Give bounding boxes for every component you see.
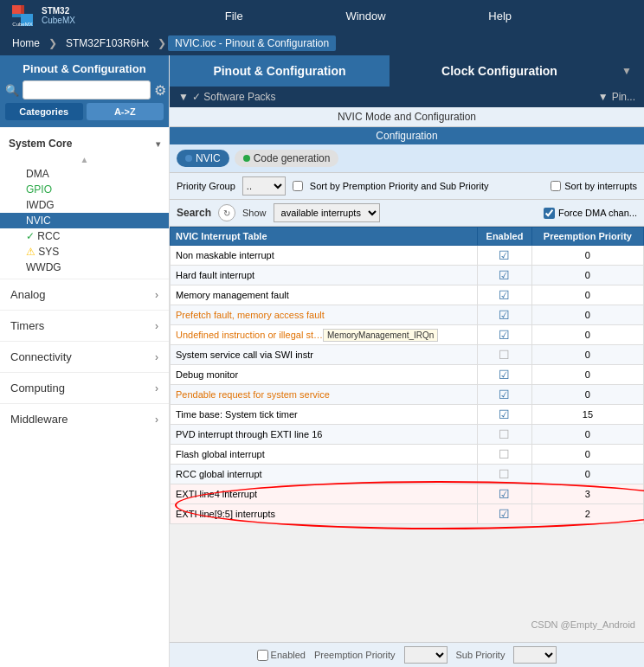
- system-core-label: System Core: [9, 138, 72, 150]
- sidebar-item-computing[interactable]: Computing ›: [0, 372, 169, 403]
- col-header-priority: Preemption Priority: [531, 228, 643, 246]
- nvic-tabs: NVIC Code generation: [170, 144, 644, 173]
- config-bar: Configuration: [170, 127, 644, 144]
- priority-cell: 0: [531, 305, 643, 325]
- tree-item-rcc[interactable]: ✓ RCC: [0, 228, 169, 244]
- enabled-cell[interactable]: ☐: [478, 445, 532, 465]
- sidebar-item-connectivity[interactable]: Connectivity ›: [0, 341, 169, 372]
- table-row: PVD interrupt through EXTI line 16: [171, 425, 478, 445]
- filter-az-button[interactable]: A->Z: [87, 103, 164, 120]
- priority-cell: 0: [531, 325, 643, 345]
- sidebar-item-analog[interactable]: Analog ›: [0, 279, 169, 310]
- enabled-cell[interactable]: ☐: [478, 345, 532, 365]
- search-refresh-button[interactable]: ↻: [218, 204, 235, 221]
- sidebar-search-input[interactable]: [23, 80, 151, 99]
- sort-interrupts-label: Sort by interrupts: [564, 181, 637, 191]
- computing-chevron: ›: [155, 382, 158, 394]
- sidebar-item-middleware[interactable]: Middleware ›: [0, 403, 169, 434]
- computing-label: Computing: [10, 382, 65, 394]
- pinout-short-label[interactable]: ▼ Pin...: [598, 91, 635, 103]
- svg-rect-3: [12, 14, 21, 17]
- priority-cell: 0: [531, 385, 643, 405]
- footer-enabled-checkbox[interactable]: [257, 650, 268, 661]
- enabled-cell[interactable]: ☑: [478, 305, 532, 325]
- tree-item-dma[interactable]: DMA: [0, 166, 169, 182]
- priority-group-select[interactable]: ..: [242, 176, 286, 196]
- bottom-bar: Enabled Preemption Priority Sub Priority: [170, 642, 644, 667]
- tab-pinout[interactable]: Pinout & Configuration: [170, 55, 390, 87]
- breadcrumb-home[interactable]: Home: [5, 35, 47, 51]
- tree-scroll-up[interactable]: ▲: [80, 155, 89, 164]
- footer-enabled-label: Enabled: [271, 650, 306, 660]
- sys-warn-icon: ⚠: [26, 246, 38, 258]
- enabled-cell[interactable]: ☑: [478, 405, 532, 425]
- system-core-chevron: ▾: [156, 139, 160, 149]
- tree-item-nvic[interactable]: NVIC: [0, 213, 169, 228]
- menu-file[interactable]: File: [208, 10, 261, 22]
- tab-nvic[interactable]: NVIC: [177, 150, 229, 167]
- enabled-cell[interactable]: ☑: [478, 246, 532, 266]
- breadcrumb-current[interactable]: NVIC.ioc - Pinout & Configuration: [168, 35, 336, 51]
- priority-cell: 0: [531, 365, 643, 385]
- table-row: Debug monitor: [171, 365, 478, 385]
- priority-cell: 0: [531, 285, 643, 305]
- show-select[interactable]: available interrupts: [274, 203, 380, 222]
- nvic-table: NVIC Interrupt Table Enabled Preemption …: [170, 227, 644, 524]
- table-row: Non maskable interrupt: [171, 246, 478, 266]
- svg-text:CubeMX: CubeMX: [12, 22, 32, 27]
- enabled-cell[interactable]: ☑: [478, 504, 532, 524]
- enabled-cell[interactable]: ☑: [478, 385, 532, 405]
- footer-enabled: Enabled: [257, 650, 306, 661]
- menu-bar: CubeMX STM32 CubeMX File Window Help: [0, 0, 644, 31]
- content-area: Pinout & Configuration Clock Configurati…: [170, 55, 644, 667]
- footer-sub-priority-select[interactable]: [513, 646, 557, 664]
- enabled-cell[interactable]: ☑: [478, 484, 532, 504]
- footer-preemption-select[interactable]: [404, 646, 448, 664]
- tree-item-sys[interactable]: ⚠ SYS: [0, 244, 169, 260]
- nvic-dot: [185, 155, 192, 162]
- enabled-cell[interactable]: ☑: [478, 325, 532, 345]
- sidebar-filter-btns: Categories A->Z: [3, 103, 165, 124]
- tree-item-gpio[interactable]: GPIO: [0, 182, 169, 197]
- enabled-cell[interactable]: ☐: [478, 465, 532, 484]
- breadcrumb-device[interactable]: STM32F103R6Hx: [59, 35, 156, 51]
- enabled-cell[interactable]: ☑: [478, 365, 532, 385]
- analog-label: Analog: [10, 288, 45, 301]
- menu-window[interactable]: Window: [328, 10, 402, 22]
- force-dma-checkbox[interactable]: [544, 208, 555, 219]
- watermark: CSDN @Empty_Android: [531, 619, 635, 630]
- sidebar-item-timers[interactable]: Timers ›: [0, 310, 169, 341]
- table-row: Flash global interrupt: [171, 445, 478, 465]
- tree-section-system-core-header[interactable]: System Core ▾: [0, 134, 169, 153]
- tab-bar: Pinout & Configuration Clock Configurati…: [170, 55, 644, 87]
- packs-label[interactable]: ▼ ✓ Software Packs: [178, 91, 276, 103]
- filter-categories-button[interactable]: Categories: [5, 103, 83, 120]
- sidebar-gear-icon[interactable]: ⚙: [154, 81, 166, 99]
- enabled-cell[interactable]: ☑: [478, 285, 532, 305]
- sidebar-title: Pinout & Configuration: [3, 59, 165, 80]
- priority-cell: 2: [531, 504, 643, 524]
- tab-clock[interactable]: Clock Configuration: [390, 55, 609, 87]
- enabled-cell[interactable]: ☐: [478, 425, 532, 445]
- sidebar-search-row: 🔍 ⚙: [3, 80, 165, 103]
- priority-cell: 0: [531, 465, 643, 484]
- breadcrumb-arrow-2: ❯: [158, 37, 166, 49]
- breadcrumb-bar: Home ❯ STM32F103R6Hx ❯ NVIC.ioc - Pinout…: [0, 31, 644, 55]
- menu-help[interactable]: Help: [471, 10, 529, 22]
- priority-cell: 0: [531, 266, 643, 285]
- tab-more-icon[interactable]: ▼: [609, 55, 644, 87]
- menu-items: File Window Help: [173, 10, 563, 22]
- enabled-cell[interactable]: ☑: [478, 266, 532, 285]
- priority-group-label: Priority Group: [177, 181, 235, 191]
- show-label: Show: [242, 208, 267, 218]
- priority-cell: 0: [531, 246, 643, 266]
- rcc-check-icon: ✓: [26, 230, 37, 242]
- sort-interrupts-checkbox[interactable]: [551, 181, 561, 191]
- sort-premption-checkbox[interactable]: [293, 181, 303, 191]
- timers-label: Timers: [10, 319, 44, 332]
- table-row: Memory management fault: [171, 285, 478, 305]
- tab-codegen[interactable]: Code generation: [235, 150, 339, 167]
- priority-group-row: Priority Group .. Sort by Premption Prio…: [170, 173, 644, 200]
- tree-item-iwdg[interactable]: IWDG: [0, 197, 169, 213]
- tree-item-wwdg[interactable]: WWDG: [0, 260, 169, 275]
